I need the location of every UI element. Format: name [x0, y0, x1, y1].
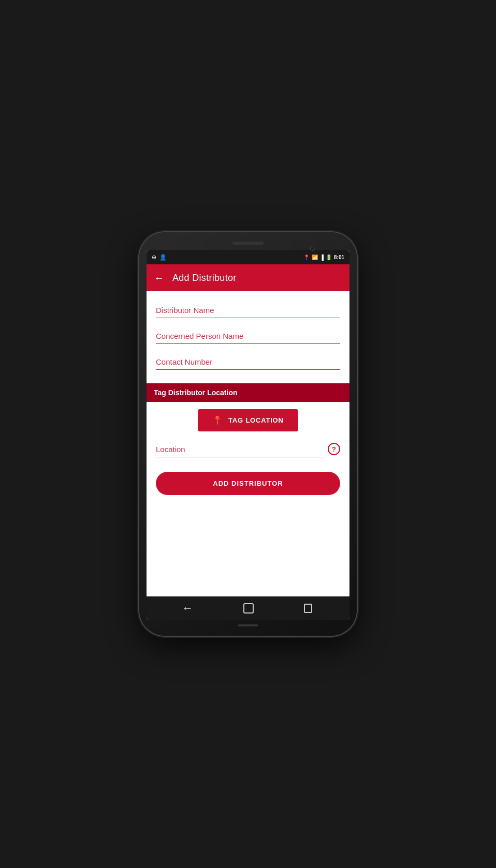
- phone-bottom-bar: [238, 624, 258, 626]
- nav-back-button[interactable]: ←: [182, 602, 193, 615]
- status-bar: ⊕ 👤 📍 📶 ▐ 🔋 8:01: [147, 250, 349, 264]
- phone-screen: ⊕ 👤 📍 📶 ▐ 🔋 8:01 ← Add Distributor: [147, 250, 349, 620]
- location-input[interactable]: [156, 441, 324, 457]
- concerned-person-input[interactable]: [156, 327, 340, 344]
- tag-location-label: TAG LOCATION: [228, 416, 284, 424]
- phone-camera: [310, 246, 315, 251]
- tag-location-header: Tag Distributor Location: [147, 383, 349, 402]
- nav-bar: ←: [147, 596, 349, 620]
- location-icon: 📍: [303, 255, 310, 260]
- form-content: Tag Distributor Location 📍 TAG LOCATION …: [147, 291, 349, 596]
- concerned-person-group: [156, 327, 340, 344]
- status-right-icons: 📍 📶 ▐ 🔋 8:01: [303, 255, 344, 260]
- location-row: ?: [156, 441, 340, 457]
- phone-frame: ⊕ 👤 📍 📶 ▐ 🔋 8:01 ← Add Distributor: [139, 232, 357, 636]
- pin-icon: 📍: [212, 415, 223, 425]
- nav-recents-button[interactable]: [304, 604, 312, 613]
- page-title: Add Distributor: [172, 273, 237, 283]
- gps-status-icon: ⊕: [152, 254, 156, 261]
- wifi-icon: 📶: [312, 255, 318, 260]
- add-distributor-button[interactable]: ADD DISTRIBUTOR: [156, 472, 340, 495]
- account-status-icon: 👤: [159, 254, 167, 261]
- contact-number-input[interactable]: [156, 353, 340, 370]
- tag-location-button[interactable]: 📍 TAG LOCATION: [198, 409, 298, 431]
- nav-home-button[interactable]: [243, 603, 254, 613]
- contact-number-group: [156, 353, 340, 370]
- help-symbol: ?: [332, 445, 336, 453]
- app-bar: ← Add Distributor: [147, 264, 349, 291]
- location-help-icon[interactable]: ?: [328, 443, 340, 455]
- content-spacer: [156, 495, 340, 586]
- distributor-name-input[interactable]: [156, 302, 340, 318]
- status-left-icons: ⊕ 👤: [152, 254, 167, 261]
- tag-location-btn-wrapper: 📍 TAG LOCATION: [156, 409, 340, 431]
- signal-icon: ▐: [320, 255, 324, 260]
- back-button[interactable]: ←: [154, 272, 164, 284]
- clock: 8:01: [334, 255, 344, 260]
- phone-speaker: [232, 242, 264, 245]
- distributor-name-group: [156, 302, 340, 318]
- battery-icon: 🔋: [326, 255, 332, 260]
